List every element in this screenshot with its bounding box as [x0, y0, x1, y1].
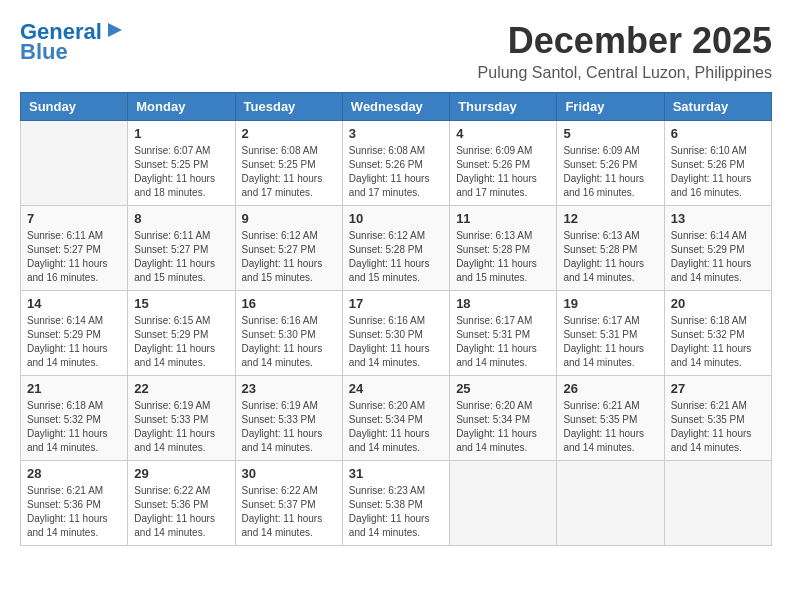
day-number: 15 [134, 296, 228, 311]
calendar-week-row: 21Sunrise: 6:18 AMSunset: 5:32 PMDayligh… [21, 376, 772, 461]
calendar-header-saturday: Saturday [664, 93, 771, 121]
calendar-table: SundayMondayTuesdayWednesdayThursdayFrid… [20, 92, 772, 546]
day-info: Sunrise: 6:17 AMSunset: 5:31 PMDaylight:… [563, 314, 657, 370]
calendar-cell: 31Sunrise: 6:23 AMSunset: 5:38 PMDayligh… [342, 461, 449, 546]
calendar-cell: 1Sunrise: 6:07 AMSunset: 5:25 PMDaylight… [128, 121, 235, 206]
calendar-week-row: 1Sunrise: 6:07 AMSunset: 5:25 PMDaylight… [21, 121, 772, 206]
calendar-header-friday: Friday [557, 93, 664, 121]
calendar-cell: 23Sunrise: 6:19 AMSunset: 5:33 PMDayligh… [235, 376, 342, 461]
day-info: Sunrise: 6:18 AMSunset: 5:32 PMDaylight:… [671, 314, 765, 370]
calendar-cell: 20Sunrise: 6:18 AMSunset: 5:32 PMDayligh… [664, 291, 771, 376]
day-number: 17 [349, 296, 443, 311]
day-info: Sunrise: 6:20 AMSunset: 5:34 PMDaylight:… [349, 399, 443, 455]
calendar-cell: 14Sunrise: 6:14 AMSunset: 5:29 PMDayligh… [21, 291, 128, 376]
day-number: 20 [671, 296, 765, 311]
day-number: 6 [671, 126, 765, 141]
calendar-cell: 18Sunrise: 6:17 AMSunset: 5:31 PMDayligh… [450, 291, 557, 376]
day-info: Sunrise: 6:22 AMSunset: 5:36 PMDaylight:… [134, 484, 228, 540]
day-number: 18 [456, 296, 550, 311]
day-number: 26 [563, 381, 657, 396]
day-number: 23 [242, 381, 336, 396]
calendar-cell: 29Sunrise: 6:22 AMSunset: 5:36 PMDayligh… [128, 461, 235, 546]
day-number: 24 [349, 381, 443, 396]
day-info: Sunrise: 6:16 AMSunset: 5:30 PMDaylight:… [349, 314, 443, 370]
day-number: 11 [456, 211, 550, 226]
day-info: Sunrise: 6:12 AMSunset: 5:28 PMDaylight:… [349, 229, 443, 285]
calendar-cell: 3Sunrise: 6:08 AMSunset: 5:26 PMDaylight… [342, 121, 449, 206]
day-info: Sunrise: 6:16 AMSunset: 5:30 PMDaylight:… [242, 314, 336, 370]
calendar-header-wednesday: Wednesday [342, 93, 449, 121]
day-number: 8 [134, 211, 228, 226]
logo: General Blue [20, 20, 124, 64]
day-info: Sunrise: 6:09 AMSunset: 5:26 PMDaylight:… [563, 144, 657, 200]
title-section: December 2025 Pulung Santol, Central Luz… [478, 20, 772, 82]
calendar-cell [664, 461, 771, 546]
day-number: 30 [242, 466, 336, 481]
day-number: 12 [563, 211, 657, 226]
calendar-cell: 13Sunrise: 6:14 AMSunset: 5:29 PMDayligh… [664, 206, 771, 291]
calendar-cell: 12Sunrise: 6:13 AMSunset: 5:28 PMDayligh… [557, 206, 664, 291]
calendar-cell: 9Sunrise: 6:12 AMSunset: 5:27 PMDaylight… [235, 206, 342, 291]
day-number: 28 [27, 466, 121, 481]
day-info: Sunrise: 6:21 AMSunset: 5:36 PMDaylight:… [27, 484, 121, 540]
calendar-cell: 4Sunrise: 6:09 AMSunset: 5:26 PMDaylight… [450, 121, 557, 206]
logo-arrow-icon [106, 21, 124, 39]
day-info: Sunrise: 6:23 AMSunset: 5:38 PMDaylight:… [349, 484, 443, 540]
day-info: Sunrise: 6:12 AMSunset: 5:27 PMDaylight:… [242, 229, 336, 285]
day-info: Sunrise: 6:15 AMSunset: 5:29 PMDaylight:… [134, 314, 228, 370]
day-number: 14 [27, 296, 121, 311]
day-info: Sunrise: 6:17 AMSunset: 5:31 PMDaylight:… [456, 314, 550, 370]
day-info: Sunrise: 6:21 AMSunset: 5:35 PMDaylight:… [671, 399, 765, 455]
calendar-cell: 21Sunrise: 6:18 AMSunset: 5:32 PMDayligh… [21, 376, 128, 461]
calendar-header-thursday: Thursday [450, 93, 557, 121]
calendar-cell: 19Sunrise: 6:17 AMSunset: 5:31 PMDayligh… [557, 291, 664, 376]
day-number: 1 [134, 126, 228, 141]
day-info: Sunrise: 6:11 AMSunset: 5:27 PMDaylight:… [134, 229, 228, 285]
calendar-cell: 22Sunrise: 6:19 AMSunset: 5:33 PMDayligh… [128, 376, 235, 461]
day-number: 27 [671, 381, 765, 396]
day-number: 9 [242, 211, 336, 226]
calendar-cell: 15Sunrise: 6:15 AMSunset: 5:29 PMDayligh… [128, 291, 235, 376]
day-number: 2 [242, 126, 336, 141]
calendar-cell: 8Sunrise: 6:11 AMSunset: 5:27 PMDaylight… [128, 206, 235, 291]
day-info: Sunrise: 6:14 AMSunset: 5:29 PMDaylight:… [27, 314, 121, 370]
day-number: 31 [349, 466, 443, 481]
day-info: Sunrise: 6:08 AMSunset: 5:25 PMDaylight:… [242, 144, 336, 200]
day-info: Sunrise: 6:07 AMSunset: 5:25 PMDaylight:… [134, 144, 228, 200]
day-number: 16 [242, 296, 336, 311]
calendar-cell: 28Sunrise: 6:21 AMSunset: 5:36 PMDayligh… [21, 461, 128, 546]
calendar-cell: 6Sunrise: 6:10 AMSunset: 5:26 PMDaylight… [664, 121, 771, 206]
day-info: Sunrise: 6:13 AMSunset: 5:28 PMDaylight:… [456, 229, 550, 285]
day-info: Sunrise: 6:08 AMSunset: 5:26 PMDaylight:… [349, 144, 443, 200]
day-info: Sunrise: 6:13 AMSunset: 5:28 PMDaylight:… [563, 229, 657, 285]
day-info: Sunrise: 6:19 AMSunset: 5:33 PMDaylight:… [134, 399, 228, 455]
day-number: 22 [134, 381, 228, 396]
day-number: 5 [563, 126, 657, 141]
calendar-header-row: SundayMondayTuesdayWednesdayThursdayFrid… [21, 93, 772, 121]
day-info: Sunrise: 6:11 AMSunset: 5:27 PMDaylight:… [27, 229, 121, 285]
day-info: Sunrise: 6:19 AMSunset: 5:33 PMDaylight:… [242, 399, 336, 455]
day-number: 21 [27, 381, 121, 396]
day-number: 25 [456, 381, 550, 396]
month-title: December 2025 [478, 20, 772, 62]
day-info: Sunrise: 6:21 AMSunset: 5:35 PMDaylight:… [563, 399, 657, 455]
calendar-cell: 26Sunrise: 6:21 AMSunset: 5:35 PMDayligh… [557, 376, 664, 461]
calendar-cell: 30Sunrise: 6:22 AMSunset: 5:37 PMDayligh… [235, 461, 342, 546]
day-number: 13 [671, 211, 765, 226]
calendar-week-row: 14Sunrise: 6:14 AMSunset: 5:29 PMDayligh… [21, 291, 772, 376]
calendar-header-tuesday: Tuesday [235, 93, 342, 121]
day-info: Sunrise: 6:18 AMSunset: 5:32 PMDaylight:… [27, 399, 121, 455]
day-number: 29 [134, 466, 228, 481]
logo-text-blue: Blue [20, 40, 68, 64]
calendar-cell: 2Sunrise: 6:08 AMSunset: 5:25 PMDaylight… [235, 121, 342, 206]
calendar-cell: 27Sunrise: 6:21 AMSunset: 5:35 PMDayligh… [664, 376, 771, 461]
calendar-cell: 10Sunrise: 6:12 AMSunset: 5:28 PMDayligh… [342, 206, 449, 291]
day-info: Sunrise: 6:09 AMSunset: 5:26 PMDaylight:… [456, 144, 550, 200]
calendar-cell: 16Sunrise: 6:16 AMSunset: 5:30 PMDayligh… [235, 291, 342, 376]
calendar-cell [557, 461, 664, 546]
day-info: Sunrise: 6:22 AMSunset: 5:37 PMDaylight:… [242, 484, 336, 540]
calendar-cell [21, 121, 128, 206]
calendar-cell: 11Sunrise: 6:13 AMSunset: 5:28 PMDayligh… [450, 206, 557, 291]
calendar-cell: 24Sunrise: 6:20 AMSunset: 5:34 PMDayligh… [342, 376, 449, 461]
calendar-cell: 25Sunrise: 6:20 AMSunset: 5:34 PMDayligh… [450, 376, 557, 461]
